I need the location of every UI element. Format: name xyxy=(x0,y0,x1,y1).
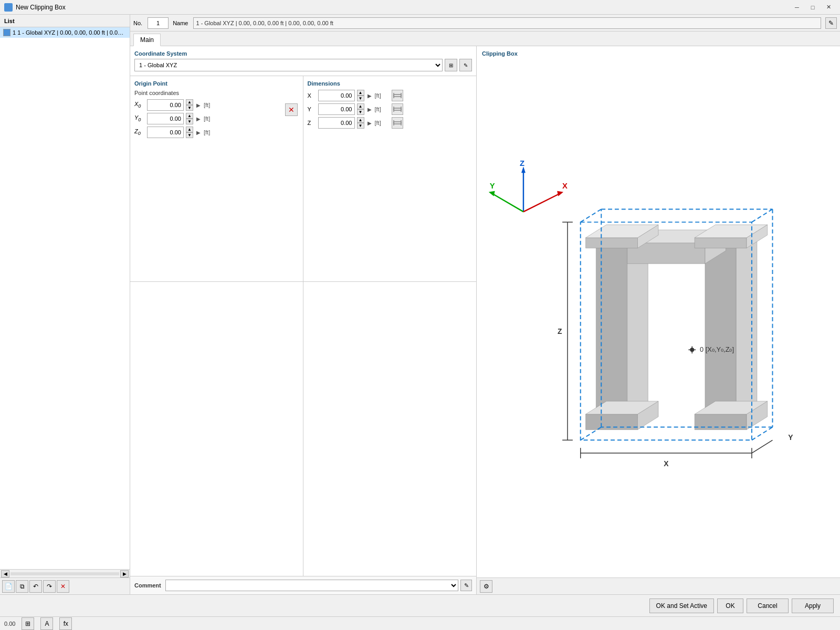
preview-canvas: Y X Z xyxy=(477,59,840,578)
origin-z-down[interactable]: ▼ xyxy=(186,132,193,138)
origin-z-arrow: ▶ xyxy=(196,130,201,135)
cancel-button[interactable]: Cancel xyxy=(747,598,789,613)
main-content: List 1 1 - Global XYZ | 0.00, 0.00, 0.00… xyxy=(0,15,840,594)
origin-x-down[interactable]: ▼ xyxy=(186,105,193,111)
preview-area: Clipping Box xyxy=(477,46,840,594)
dim-x-row: X ▲ ▼ ▶ [ft] xyxy=(308,90,472,101)
dim-z-icon-btn[interactable] xyxy=(392,117,403,129)
coord-system-select[interactable]: 1 - Global XYZ xyxy=(134,59,443,71)
status-value: 0.00 xyxy=(4,621,15,627)
svg-marker-31 xyxy=(586,238,638,248)
scroll-left-btn[interactable]: ◀ xyxy=(1,570,9,578)
right-column xyxy=(705,230,757,425)
dim-x-label: X xyxy=(308,92,316,99)
delete-button[interactable]: ✕ xyxy=(57,580,69,593)
origin-y-up[interactable]: ▲ xyxy=(186,113,193,119)
coord-system-row: 1 - Global XYZ ⊞ ✎ xyxy=(134,59,472,71)
dim-y-up[interactable]: ▲ xyxy=(357,103,364,109)
origin-x-spinner: ▲ ▼ xyxy=(186,99,193,111)
origin-x-label: X0 xyxy=(134,101,145,109)
svg-rect-0 xyxy=(394,94,401,97)
list-toolbar: 📄 ⧉ ↶ ↷ ✕ xyxy=(0,578,130,594)
dim-z-input[interactable] xyxy=(318,117,355,129)
origin-y-row: Y0 ▲ ▼ ▶ [ft] xyxy=(134,113,299,124)
comment-select[interactable] xyxy=(165,580,458,591)
coord-btn-1[interactable]: ⊞ xyxy=(445,59,457,71)
tab-main[interactable]: Main xyxy=(133,34,161,46)
horizontal-scrollbar[interactable]: ◀ ▶ xyxy=(0,569,130,578)
right-panel: No. Name ✎ Main Coordinate System xyxy=(130,15,840,594)
status-icon1[interactable]: ⊞ xyxy=(22,617,34,630)
app-icon xyxy=(4,3,13,12)
dim-y-icon-btn[interactable] xyxy=(392,103,403,115)
apply-button[interactable]: Apply xyxy=(792,598,834,613)
scroll-track xyxy=(10,572,119,575)
list-item[interactable]: 1 1 - Global XYZ | 0.00, 0.00, 0.00 ft |… xyxy=(0,27,130,38)
origin-z-spinner: ▲ ▼ xyxy=(186,127,193,138)
scroll-right-btn[interactable]: ▶ xyxy=(120,570,129,578)
dim-x-icon-btn[interactable] xyxy=(392,90,403,101)
origin-z-input[interactable] xyxy=(147,127,184,138)
origin-y-input[interactable] xyxy=(147,113,184,124)
dim-x-spinner: ▲ ▼ xyxy=(357,90,364,101)
bottom-bar: OK and Set Active OK Cancel Apply xyxy=(0,594,840,616)
dim-x-up[interactable]: ▲ xyxy=(357,90,364,96)
edit-name-button[interactable]: ✎ xyxy=(825,17,837,29)
preview-settings-button[interactable]: ⚙ xyxy=(480,580,492,593)
clipping-box-svg: Y X Z xyxy=(477,59,840,578)
copy-item-button[interactable]: ⧉ xyxy=(16,580,28,593)
new-item-button[interactable]: 📄 xyxy=(2,580,15,593)
tab-bar: Main xyxy=(130,32,840,46)
dim-z-up[interactable]: ▲ xyxy=(357,117,364,123)
svg-marker-20 xyxy=(736,230,757,425)
origin-z-row: Z0 ▲ ▼ ▶ [ft] xyxy=(134,127,299,138)
origin-x-unit: [ft] xyxy=(204,102,218,108)
origin-x-input[interactable] xyxy=(147,99,184,111)
undo-button[interactable]: ↶ xyxy=(29,580,42,593)
empty-bottom-left xyxy=(130,282,303,576)
name-input[interactable] xyxy=(193,17,821,29)
origin-z-label: Z0 xyxy=(134,128,145,136)
redo-button[interactable]: ↷ xyxy=(43,580,56,593)
header-row: No. Name ✎ xyxy=(130,15,840,32)
ok-button[interactable]: OK xyxy=(717,598,743,613)
close-button[interactable]: ✕ xyxy=(821,2,836,13)
origin-z-up[interactable]: ▲ xyxy=(186,127,193,132)
preview-toolbar-bottom: ⚙ xyxy=(477,578,840,594)
dim-x-input[interactable] xyxy=(318,90,355,101)
dim-z-spinner: ▲ ▼ xyxy=(357,117,364,129)
dim-z-down[interactable]: ▼ xyxy=(357,123,364,129)
dim-x-unit: [ft] xyxy=(375,92,390,99)
pick-point-button[interactable]: ✕ xyxy=(285,103,298,116)
coord-btn-2[interactable]: ✎ xyxy=(459,59,472,71)
x-axis-label: X xyxy=(562,182,568,190)
origin-y-spinner: ▲ ▼ xyxy=(186,113,193,124)
origin-y-down[interactable]: ▼ xyxy=(186,119,193,124)
dim-z-label: Z xyxy=(308,120,316,126)
ok-and-set-active-button[interactable]: OK and Set Active xyxy=(649,598,714,613)
dim-y-down[interactable]: ▼ xyxy=(357,109,364,115)
status-icon2[interactable]: A xyxy=(40,617,53,630)
list-header: List xyxy=(0,15,130,27)
comment-edit-btn[interactable]: ✎ xyxy=(460,580,472,591)
content-area: Coordinate System 1 - Global XYZ ⊞ ✎ xyxy=(130,46,840,594)
origin-x-up[interactable]: ▲ xyxy=(186,99,193,105)
svg-marker-34 xyxy=(695,238,747,248)
no-input[interactable] xyxy=(148,17,169,29)
origin-z-unit: [ft] xyxy=(204,129,218,135)
z-dim-label: Z xyxy=(558,327,562,335)
dim-x-down[interactable]: ▼ xyxy=(357,96,364,101)
dim-y-row: Y ▲ ▼ ▶ [ft] xyxy=(308,103,472,115)
minimize-button[interactable]: ─ xyxy=(790,2,804,13)
preview-title: Clipping Box xyxy=(477,46,840,59)
y-axis-label: Y xyxy=(490,182,495,190)
status-icon3[interactable]: fx xyxy=(59,617,72,630)
dim-y-label: Y xyxy=(308,106,316,112)
maximize-button[interactable]: □ xyxy=(805,2,820,13)
svg-marker-19 xyxy=(705,243,736,425)
title-bar: New Clipping Box ─ □ ✕ xyxy=(0,0,840,15)
name-label: Name xyxy=(173,20,188,26)
form-area: Coordinate System 1 - Global XYZ ⊞ ✎ xyxy=(130,46,477,594)
z-axis-label: Z xyxy=(520,159,524,167)
dim-y-input[interactable] xyxy=(318,103,355,115)
